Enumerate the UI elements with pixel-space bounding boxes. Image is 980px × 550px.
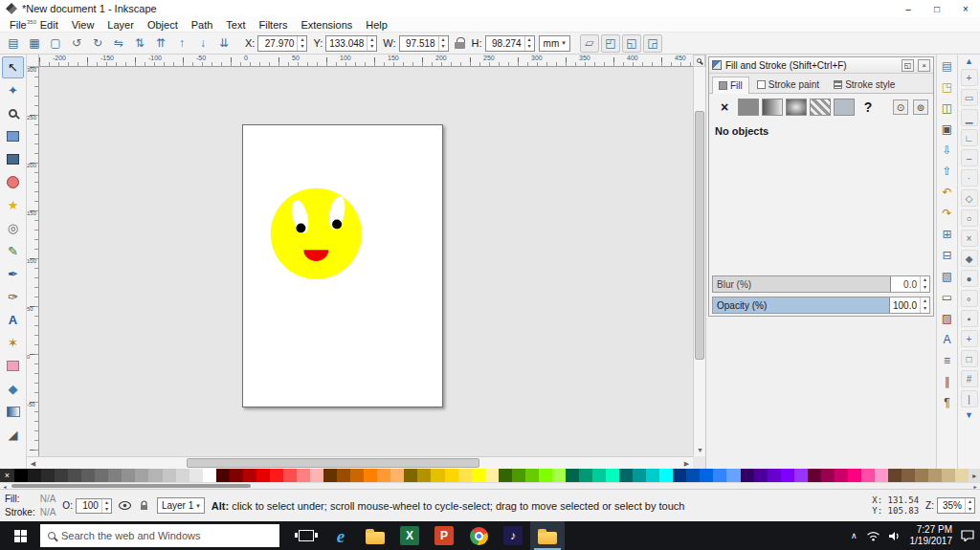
fill-stroke-indicator[interactable]: Fill: N/A Stroke: N/A <box>5 493 56 519</box>
color-swatch[interactable] <box>176 469 189 482</box>
color-swatch[interactable] <box>673 469 686 482</box>
linear-gradient-button[interactable] <box>762 99 783 116</box>
color-swatch[interactable] <box>888 469 902 482</box>
close-panel-button[interactable]: × <box>918 59 930 72</box>
snap-midpoints-button[interactable]: ∘ <box>961 290 978 307</box>
color-swatch[interactable] <box>633 469 646 482</box>
color-swatch[interactable] <box>875 469 888 482</box>
color-swatch[interactable] <box>310 469 323 482</box>
rectangle-tool[interactable] <box>2 125 24 147</box>
snap-page-border-button[interactable]: □ <box>961 350 978 367</box>
swatch-button[interactable] <box>834 99 855 116</box>
no-paint-button[interactable]: × <box>714 99 735 116</box>
pen-tool[interactable]: ✒ <box>2 263 24 285</box>
color-swatch[interactable] <box>592 469 606 482</box>
palette-overflow-arrow[interactable]: ▸ <box>969 469 980 482</box>
color-swatch[interactable] <box>659 469 673 482</box>
snap-cusp-nodes-button[interactable]: ◆ <box>961 250 978 267</box>
vertical-scroll-thumb[interactable] <box>695 111 704 360</box>
color-swatch[interactable] <box>95 469 108 482</box>
snap-toggle-button[interactable]: + <box>961 69 978 86</box>
color-swatch[interactable] <box>148 469 162 482</box>
snap-smooth-nodes-button[interactable]: ● <box>961 270 978 287</box>
color-swatch[interactable] <box>512 469 525 482</box>
color-swatch[interactable] <box>81 469 95 482</box>
action-center-icon[interactable] <box>961 530 974 541</box>
node-tool[interactable]: ✦ <box>2 79 24 101</box>
color-swatch[interactable] <box>754 469 768 482</box>
color-swatch[interactable] <box>821 469 835 482</box>
color-swatch[interactable] <box>417 469 431 482</box>
color-swatch[interactable] <box>499 469 512 482</box>
snap-bbox-midpoints-button[interactable]: – <box>961 149 978 166</box>
text-tool[interactable]: A <box>2 309 24 331</box>
color-swatch[interactable] <box>472 469 485 482</box>
color-swatch[interactable] <box>861 469 875 482</box>
color-swatch[interactable] <box>700 469 713 482</box>
opacity-input[interactable]: 100.0 ▴▾ <box>889 297 929 313</box>
network-icon[interactable] <box>866 531 880 541</box>
color-swatch[interactable] <box>230 469 243 482</box>
units-dropdown[interactable]: mm▾ <box>539 35 570 52</box>
deselect-button[interactable]: ▢ <box>46 34 65 53</box>
flat-color-button[interactable] <box>738 99 759 116</box>
scroll-right-arrow[interactable]: ▶ <box>680 457 693 470</box>
color-swatch[interactable] <box>55 469 68 482</box>
color-swatch[interactable] <box>203 469 216 482</box>
color-swatch[interactable] <box>350 469 364 482</box>
color-swatch[interactable] <box>458 469 472 482</box>
color-swatch[interactable] <box>364 469 377 482</box>
select-all-layers-button[interactable]: ▦ <box>25 34 44 53</box>
smiley-face[interactable] <box>271 188 362 279</box>
duplicate-button[interactable]: ▧ <box>939 268 956 285</box>
color-swatch[interactable] <box>955 469 969 482</box>
object-opacity-input[interactable]: 100 ▴▾ <box>76 498 112 514</box>
transform-corners-toggle[interactable]: ◰ <box>601 34 620 53</box>
color-swatch[interactable] <box>445 469 458 482</box>
color-swatch[interactable] <box>848 469 861 482</box>
palette-scroll-right[interactable]: ▸ <box>970 483 980 489</box>
color-swatch[interactable] <box>781 469 794 482</box>
transform-gradients-toggle[interactable]: ◱ <box>622 34 641 53</box>
snap-rotation-centers-button[interactable]: + <box>961 330 978 347</box>
color-swatch[interactable] <box>485 469 499 482</box>
color-swatch[interactable] <box>794 469 808 482</box>
palette-scroll-thumb[interactable] <box>11 484 251 488</box>
color-swatch[interactable] <box>768 469 781 482</box>
color-swatch[interactable] <box>135 469 148 482</box>
canvas[interactable] <box>39 67 693 456</box>
horizontal-scrollbar[interactable]: ◀ ▶ <box>27 456 693 469</box>
menu-filters[interactable]: Filters <box>254 18 294 32</box>
color-swatch[interactable] <box>189 469 203 482</box>
y-input[interactable]: 133.048 ▴▾ <box>325 35 377 52</box>
document-page[interactable] <box>242 124 443 407</box>
tab-stroke-style[interactable]: Stroke style <box>827 77 902 93</box>
spiral-tool[interactable]: ◎ <box>2 217 24 239</box>
tab-stroke-paint[interactable]: Stroke paint <box>750 77 826 93</box>
snap-paths-button[interactable]: ○ <box>961 209 978 227</box>
color-swatch[interactable] <box>713 469 726 482</box>
minimize-button[interactable]: – <box>894 0 923 17</box>
menu-layer[interactable]: Layer <box>101 18 140 32</box>
raise-to-top-button[interactable]: ⇈ <box>151 34 170 53</box>
blur-slider[interactable]: Blur (%) 0.0 ▴▾ <box>712 275 930 293</box>
undo-button[interactable]: ↶ <box>939 184 956 201</box>
fill-stroke-dialog-button[interactable]: ▨ <box>939 310 956 327</box>
menu-object[interactable]: Object <box>142 18 184 32</box>
maximize-button[interactable]: □ <box>923 0 951 17</box>
task-view-button[interactable] <box>289 521 323 550</box>
blur-spinner[interactable]: ▴▾ <box>920 276 929 292</box>
snap-bbox-edges-button[interactable]: ▁ <box>961 109 978 126</box>
palette-scroll-left[interactable]: ◂ <box>0 483 10 489</box>
selector-tool[interactable]: ↖ <box>2 56 24 78</box>
snap-guides-button[interactable]: | <box>961 390 978 407</box>
eraser-tool[interactable] <box>2 355 24 377</box>
left-pupil[interactable] <box>296 223 305 232</box>
open-document-button[interactable]: ◳ <box>939 78 956 96</box>
color-swatch[interactable] <box>539 469 552 482</box>
zoom-input[interactable]: 35% ▴▾ <box>937 497 975 514</box>
flip-horizontal-button[interactable]: ⇋ <box>109 34 128 53</box>
layer-visibility-icon[interactable] <box>119 499 131 512</box>
export-image-button[interactable]: ⇧ <box>939 163 956 180</box>
paste-button[interactable]: ⊟ <box>939 247 956 264</box>
